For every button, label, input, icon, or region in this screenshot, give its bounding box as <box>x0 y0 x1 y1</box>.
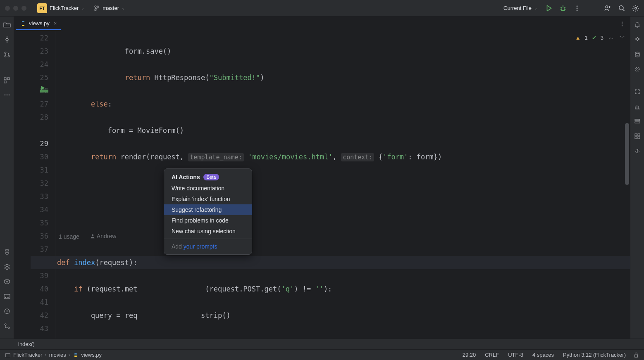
coverage-button[interactable] <box>632 102 642 111</box>
pull-request-icon <box>4 51 10 58</box>
popup-separator <box>164 239 252 239</box>
author-name[interactable]: Andrew <box>97 230 116 243</box>
traffic-dot[interactable] <box>13 6 18 11</box>
window-traffic-lights <box>5 6 26 11</box>
interpreter[interactable]: Python 3.12 (FlickTracker) <box>563 352 626 358</box>
svg-point-1 <box>577 5 578 7</box>
usages-label[interactable]: 1 usage <box>59 233 79 240</box>
line-number: 39 <box>14 269 48 282</box>
svg-point-2 <box>577 7 578 9</box>
crumb[interactable]: views.py <box>81 352 102 358</box>
caret-position[interactable]: 29:20 <box>463 352 476 358</box>
debug-button[interactable] <box>558 3 568 13</box>
line-number: 33 <box>14 190 48 203</box>
traffic-dot[interactable] <box>21 6 26 11</box>
more-tool-button[interactable] <box>2 90 12 100</box>
ai-actions-popup: AI Actions Beta Write documentation Expl… <box>164 168 252 255</box>
python-packages-button[interactable] <box>2 277 12 287</box>
line-number: 28 <box>14 111 48 124</box>
search-button[interactable] <box>617 3 627 13</box>
run-gutter-icon[interactable] <box>40 86 49 93</box>
tab-options-button[interactable] <box>616 19 628 28</box>
svg-point-26 <box>635 52 639 54</box>
vcs-tool-button[interactable] <box>632 146 642 156</box>
run-config-selector[interactable]: Current File ⌄ <box>501 3 540 13</box>
code-area[interactable]: form.save() return HttpResponse("Submitt… <box>55 31 630 339</box>
line-number: 23 <box>14 45 48 58</box>
more-actions-button[interactable] <box>572 3 582 13</box>
ai-action-item[interactable]: Explain 'index' function <box>164 194 252 204</box>
ellipsis-icon <box>4 92 10 98</box>
line-number: 30 <box>14 150 48 163</box>
editor-scrollbar[interactable] <box>625 123 629 185</box>
project-selector[interactable]: FT FlickTracker ⌄ <box>35 2 87 15</box>
svg-point-27 <box>635 67 639 71</box>
line-separator[interactable]: CRLF <box>485 352 499 358</box>
gear-icon <box>632 5 639 12</box>
sciview-button[interactable] <box>632 131 642 141</box>
version-control-button[interactable] <box>2 321 12 331</box>
crumb[interactable]: FlickTracker <box>13 352 42 358</box>
breadcrumbs[interactable]: FlickTracker › movies › views.py <box>5 352 102 358</box>
settings-button[interactable] <box>631 3 641 13</box>
line-number: 26 <box>14 84 48 97</box>
readonly-toggle[interactable] <box>633 352 639 358</box>
notifications-button[interactable] <box>632 20 642 30</box>
project-tool-button[interactable] <box>2 20 12 30</box>
ai-assistant-button[interactable] <box>632 35 642 45</box>
svg-point-0 <box>561 7 565 10</box>
package-icon <box>4 278 10 285</box>
editor-tab[interactable]: views.py × <box>16 18 61 30</box>
expand-button[interactable] <box>632 87 642 97</box>
svg-point-25 <box>92 234 94 237</box>
chevron-down-icon: ⌄ <box>81 6 84 10</box>
crumb[interactable]: movies <box>49 352 66 358</box>
python-icon <box>4 249 10 255</box>
titlebar: FT FlickTracker ⌄ master ⌄ Current File … <box>0 0 644 17</box>
branch-selector[interactable]: master ⌄ <box>91 3 127 13</box>
popup-title: AI Actions <box>172 174 200 180</box>
branch-icon <box>93 5 100 12</box>
editor-body[interactable]: ▲1 ✔3 ︿ ﹀ 22 23 24 25 26 27 28 29 30 31 … <box>14 31 630 339</box>
svg-rect-32 <box>638 134 640 136</box>
ai-action-item[interactable]: Find problems in code <box>164 215 252 226</box>
python-console-button[interactable] <box>2 247 12 257</box>
your-prompts-link[interactable]: your prompts <box>184 243 217 250</box>
build-button[interactable] <box>632 64 642 74</box>
bug-icon <box>559 5 567 12</box>
terminal-button[interactable] <box>2 291 12 301</box>
ai-action-item[interactable]: New chat using selection <box>164 226 252 237</box>
run-button[interactable] <box>544 3 554 13</box>
line-number: 29 <box>14 137 48 150</box>
svg-point-8 <box>5 52 6 54</box>
problems-button[interactable] <box>2 306 12 316</box>
database-icon <box>634 51 641 58</box>
services-button[interactable] <box>2 262 12 272</box>
line-number: 25 <box>14 71 48 84</box>
pull-requests-button[interactable] <box>2 50 12 59</box>
svg-point-4 <box>606 5 608 8</box>
svg-rect-33 <box>635 137 637 139</box>
close-tab-button[interactable]: × <box>54 20 57 26</box>
svg-point-22 <box>622 23 623 24</box>
code-with-me-button[interactable] <box>603 3 613 13</box>
indent[interactable]: 4 spaces <box>532 352 554 358</box>
svg-point-15 <box>6 95 7 96</box>
svg-point-23 <box>622 25 623 26</box>
encoding[interactable]: UTF-8 <box>508 352 523 358</box>
svg-rect-12 <box>7 78 10 80</box>
svg-rect-11 <box>4 78 6 80</box>
add-prompts-row[interactable]: Add your prompts <box>164 241 252 252</box>
line-number: 24 <box>14 58 48 71</box>
line-gutter[interactable]: 22 23 24 25 26 27 28 29 30 31 32 33 34 3… <box>14 31 55 339</box>
structure-tool-button[interactable] <box>2 75 12 85</box>
commit-tool-button[interactable] <box>2 35 12 45</box>
add-label: Add <box>172 243 184 250</box>
endpoints-button[interactable] <box>632 116 642 126</box>
ai-action-item[interactable]: Write documentation <box>164 183 252 194</box>
svg-point-7 <box>6 38 8 41</box>
gear-outline-icon <box>634 66 641 73</box>
traffic-dot[interactable] <box>5 6 10 11</box>
ai-action-item-selected[interactable]: Suggest refactoring <box>164 204 252 215</box>
database-button[interactable] <box>632 50 642 59</box>
